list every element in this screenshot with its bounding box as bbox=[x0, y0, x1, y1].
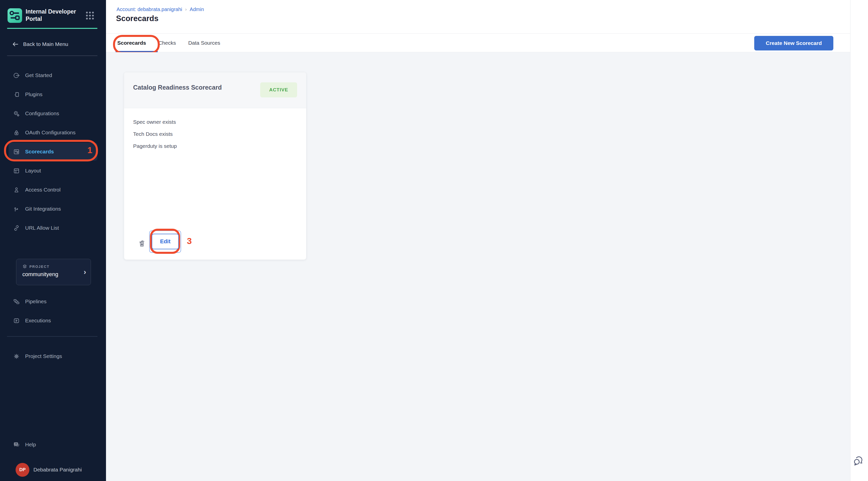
sidebar-item-label: Pipelines bbox=[25, 298, 46, 304]
executions-icon bbox=[13, 317, 20, 324]
sidebar-item-executions[interactable]: Executions bbox=[0, 311, 106, 330]
sidebar-item-get-started[interactable]: Get Started bbox=[0, 66, 106, 85]
sidebar-item-url-allow-list[interactable]: URL Allow List bbox=[0, 218, 106, 237]
tab-bar: Scorecards Checks Data Sources bbox=[106, 33, 850, 52]
breadcrumb-admin-link[interactable]: Admin bbox=[190, 6, 204, 12]
page-header bbox=[106, 0, 850, 33]
sidebar-item-label: Access Control bbox=[25, 187, 61, 193]
breadcrumb: Account: debabrata.panigrahi › Admin bbox=[117, 6, 204, 12]
sidebar-item-scorecards[interactable]: Scorecards bbox=[8, 142, 97, 161]
git-branch-icon bbox=[13, 205, 20, 213]
scorecard-card: Catalog Readiness Scorecard ACTIVE Spec … bbox=[124, 72, 306, 260]
link-icon bbox=[13, 225, 20, 231]
sidebar-item-configurations[interactable]: Configurations bbox=[0, 104, 106, 123]
sidebar-item-layout[interactable]: Layout bbox=[0, 161, 106, 180]
sidebar-item-label: URL Allow List bbox=[25, 225, 59, 231]
sidebar-item-git-integrations[interactable]: Git Integrations bbox=[0, 199, 106, 218]
back-to-main-menu-label: Back to Main Menu bbox=[23, 41, 68, 47]
tab-scorecards[interactable]: Scorecards bbox=[117, 40, 147, 46]
sidebar-item-pipelines[interactable]: Pipelines bbox=[0, 292, 106, 311]
check-item: Pagerduty is setup bbox=[133, 140, 177, 152]
check-item: Tech Docs exists bbox=[133, 128, 177, 140]
layers-icon bbox=[22, 264, 27, 269]
sidebar-item-oauth-configurations[interactable]: OAuth Configurations bbox=[0, 123, 106, 142]
user-menu[interactable]: DP Debabrata Panigrahi bbox=[0, 460, 106, 479]
app-logo bbox=[7, 8, 22, 23]
project-name: communityeng bbox=[22, 271, 58, 278]
sidebar-item-help[interactable]: ? Help bbox=[0, 435, 106, 454]
person-icon bbox=[13, 187, 20, 193]
annotation-number-3: 3 bbox=[187, 236, 192, 246]
sidebar-item-label: Executions bbox=[25, 318, 51, 324]
sidebar-item-label: Help bbox=[25, 442, 36, 448]
sidebar-item-plugins[interactable]: Plugins bbox=[0, 85, 106, 104]
sidebar-item-label: OAuth Configurations bbox=[25, 130, 75, 135]
status-badge: ACTIVE bbox=[260, 82, 297, 97]
sidebar-item-label: Plugins bbox=[25, 91, 42, 97]
gear-icon bbox=[13, 353, 20, 360]
sidebar-nav: Get Started Plugins Configurations bbox=[0, 66, 106, 237]
page-title: Scorecards bbox=[116, 14, 158, 23]
project-label: PROJECT bbox=[29, 265, 50, 268]
help-chat-icon: ? bbox=[13, 441, 20, 448]
sidebar-item-label: Git Integrations bbox=[25, 206, 61, 212]
layout-icon bbox=[13, 167, 20, 174]
sidebar-item-label: Layout bbox=[25, 168, 41, 174]
sidebar-nav-help: ? Help bbox=[0, 435, 106, 454]
configurations-icon bbox=[13, 110, 20, 117]
sidebar-divider-bottom bbox=[7, 336, 97, 336]
project-selector[interactable]: PROJECT communityeng › bbox=[16, 259, 91, 285]
breadcrumb-account-link[interactable]: Account: debabrata.panigrahi bbox=[117, 6, 182, 12]
app-logo-row: Internal Developer Portal bbox=[7, 7, 100, 24]
user-name: Debabrata Panigrahi bbox=[33, 467, 82, 473]
sidebar-item-project-settings[interactable]: Project Settings bbox=[0, 347, 106, 366]
scorecard-check-list: Spec owner exists Tech Docs exists Pager… bbox=[133, 116, 177, 152]
sidebar-divider-top bbox=[7, 56, 97, 56]
sidebar-nav-project: Pipelines Executions bbox=[0, 292, 106, 330]
chat-support-widget-icon[interactable] bbox=[852, 453, 867, 468]
scorecard-title: Catalog Readiness Scorecard bbox=[133, 84, 222, 91]
create-new-scorecard-button[interactable]: Create New Scorecard bbox=[754, 36, 833, 51]
pipelines-icon bbox=[13, 298, 20, 305]
back-arrow-icon bbox=[11, 40, 19, 48]
sidebar-item-label: Get Started bbox=[25, 72, 52, 78]
sidebar-item-label: Scorecards bbox=[25, 149, 54, 155]
chevron-right-icon: › bbox=[84, 267, 86, 276]
get-started-icon bbox=[13, 72, 20, 79]
check-item: Spec owner exists bbox=[133, 116, 177, 128]
avatar: DP bbox=[16, 463, 29, 477]
app-grid-menu-icon[interactable] bbox=[85, 11, 94, 20]
app-title: Internal Developer Portal bbox=[26, 8, 80, 23]
sidebar-nav-settings: Project Settings bbox=[0, 347, 106, 366]
sidebar-item-label: Project Settings bbox=[25, 353, 62, 359]
lock-icon bbox=[13, 129, 20, 136]
sidebar-brand-rule bbox=[7, 28, 97, 29]
svg-text:?: ? bbox=[15, 443, 17, 446]
tab-data-sources[interactable]: Data Sources bbox=[188, 40, 220, 46]
tab-checks[interactable]: Checks bbox=[158, 40, 176, 46]
content-area: Catalog Readiness Scorecard ACTIVE Spec … bbox=[106, 52, 850, 481]
edit-scorecard-button[interactable]: Edit bbox=[152, 234, 179, 249]
plugins-icon bbox=[13, 91, 20, 98]
chevron-separator-icon: › bbox=[185, 7, 187, 12]
edit-button-group: Edit bbox=[149, 230, 181, 253]
back-to-main-menu[interactable]: Back to Main Menu bbox=[11, 38, 68, 50]
sidebar-item-access-control[interactable]: Access Control bbox=[0, 180, 106, 199]
sidebar: Internal Developer Portal Back to Main M… bbox=[0, 0, 106, 481]
sidebar-item-label: Configurations bbox=[25, 110, 59, 117]
right-gutter bbox=[850, 0, 868, 481]
delete-scorecard-button[interactable] bbox=[138, 239, 147, 248]
scorecard-card-header: Catalog Readiness Scorecard ACTIVE bbox=[124, 72, 306, 108]
scorecards-icon bbox=[13, 148, 20, 155]
